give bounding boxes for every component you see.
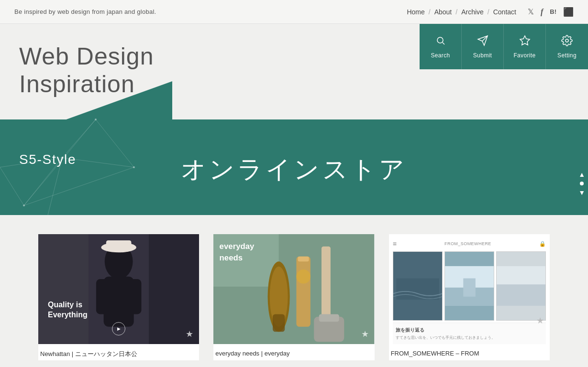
scroll-indicator: ▲ ▼ [576, 166, 588, 201]
rss-icon[interactable]: ⬛ [563, 7, 574, 17]
setting-icon [561, 35, 573, 49]
svg-point-36 [297, 270, 311, 283]
svg-point-15 [23, 205, 25, 206]
nav-sep-1: / [455, 8, 457, 16]
svg-rect-46 [463, 278, 476, 296]
svg-text:needs: needs [220, 253, 243, 262]
card-1-play-button[interactable]: ▶ [112, 322, 125, 335]
hero-japanese: オンラインストア [0, 153, 588, 186]
twitter-icon[interactable]: 𝕏 [528, 7, 534, 16]
card-3-image: ≡ FROM_SOMEWHERE 🔒 [389, 234, 550, 344]
svg-rect-40 [319, 314, 339, 322]
svg-rect-24 [106, 240, 132, 249]
svg-rect-25 [38, 234, 89, 344]
setting-label: Setting [557, 52, 577, 59]
header-nav: Home / About / Archive / Contact 𝕏 f B! … [405, 7, 574, 17]
scroll-down-button[interactable]: ▼ [578, 189, 585, 196]
nav-sep-2: / [488, 8, 489, 16]
card-1-overlay: Quality is Everything [48, 300, 88, 320]
card-2-title: everyday needs | everyday [213, 344, 374, 359]
nav-contact[interactable]: Contact [491, 8, 518, 16]
card-3[interactable]: ≡ FROM_SOMEWHERE 🔒 [389, 234, 550, 360]
submit-icon [477, 35, 488, 49]
hatena-icon[interactable]: B! [550, 8, 556, 15]
svg-rect-48 [497, 284, 545, 306]
hero-text-top: Web Design Inspiration [19, 43, 154, 98]
svg-rect-35 [298, 257, 309, 262]
card-3-header: ≡ FROM_SOMEWHERE 🔒 [393, 238, 546, 249]
svg-marker-1 [520, 36, 530, 45]
svg-point-2 [566, 39, 568, 42]
header-tagline: Be inspired by web design from japan and… [14, 8, 156, 15]
search-toolbar-item[interactable]: Search [420, 24, 462, 69]
card-3-photo-2 [444, 251, 494, 321]
svg-rect-21 [96, 279, 109, 314]
toolbar: Search Submit Favorite Setting [420, 24, 588, 69]
social-icons: 𝕏 f B! ⬛ [528, 7, 574, 17]
card-2[interactable]: everyday needs [213, 234, 374, 360]
svg-rect-33 [273, 314, 285, 332]
card-3-favorite[interactable]: ★ [536, 315, 544, 326]
card-3-photo-3 [496, 251, 546, 321]
cards-grid: Quality is Everything ▶ ★ Newhattan | ニュ… [38, 234, 550, 360]
svg-rect-22 [129, 279, 141, 314]
nav-sep-0: / [429, 8, 431, 16]
search-icon [435, 35, 446, 49]
nav-home[interactable]: Home [405, 8, 426, 16]
submit-label: Submit [473, 52, 492, 59]
cards-section: Quality is Everything ▶ ★ Newhattan | ニュ… [0, 215, 588, 367]
search-label: Search [431, 52, 450, 59]
card-3-bottom: 旅を振り返る すてきな思い出を、いつでも手元に残しておきましょう。 [393, 323, 546, 344]
card-3-site-name: FROM_SOMEWHERE [444, 241, 491, 246]
card-1-image: Quality is Everything ▶ ★ [38, 234, 199, 344]
svg-point-13 [95, 119, 97, 120]
card-2-bg: everyday needs [213, 234, 374, 344]
favorite-label: Favorite [513, 52, 535, 59]
favorite-icon [519, 35, 531, 49]
scroll-dot [580, 182, 584, 185]
favorite-toolbar-item[interactable]: Favorite [504, 24, 546, 69]
setting-toolbar-item[interactable]: Setting [546, 24, 588, 69]
nav-about[interactable]: About [433, 8, 454, 16]
card-2-favorite[interactable]: ★ [361, 329, 369, 339]
card-1-overlay-line1: Quality is [48, 300, 88, 310]
svg-rect-26 [149, 234, 199, 344]
svg-marker-3 [0, 81, 172, 215]
hero-title-line1: Web Design [19, 43, 154, 71]
svg-rect-37 [322, 247, 331, 322]
card-2-image: everyday needs [213, 234, 374, 344]
nav-archive[interactable]: Archive [459, 8, 486, 16]
hero-title-line2: Inspiration [19, 71, 154, 98]
header: Be inspired by web design from japan and… [0, 0, 588, 24]
card-1-title: Newhattan | ニューハッタン日本公 [38, 344, 199, 360]
card-3-lock-icon: 🔒 [539, 241, 546, 247]
submit-toolbar-item[interactable]: Submit [462, 24, 504, 69]
card-3-photos-row [393, 251, 546, 321]
svg-rect-34 [297, 257, 311, 327]
card-1-overlay-line2: Everything [48, 310, 88, 320]
facebook-icon[interactable]: f [541, 8, 543, 16]
card-3-bottom-text: すてきな思い出を、いつでも手元に残しておきましょう。 [396, 335, 543, 340]
scroll-up-button[interactable]: ▲ [578, 171, 585, 178]
card-3-bg: ≡ FROM_SOMEWHERE 🔒 [389, 234, 550, 344]
svg-point-0 [437, 37, 443, 43]
svg-text:everyday: everyday [220, 242, 255, 251]
card-3-menu-icon: ≡ [393, 240, 397, 248]
card-3-title: FROM_SOMEWHERE – FROM [389, 344, 550, 359]
card-1[interactable]: Quality is Everything ▶ ★ Newhattan | ニュ… [38, 234, 199, 360]
card-3-photo-1 [393, 251, 443, 321]
card-3-bottom-title: 旅を振り返る [396, 327, 543, 334]
card-1-bg: Quality is Everything ▶ [38, 234, 199, 344]
card-1-favorite[interactable]: ★ [186, 329, 193, 339]
